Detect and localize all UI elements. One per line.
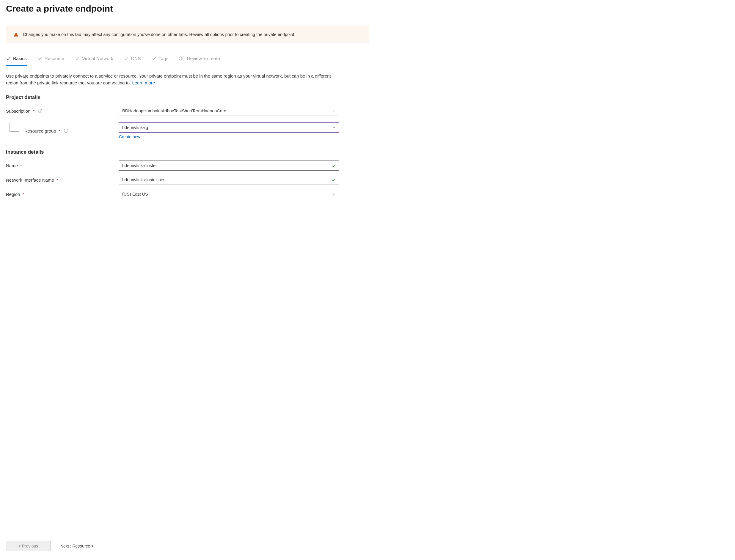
required-asterisk: * <box>20 163 22 168</box>
row-name: Name * <box>6 161 369 171</box>
check-icon <box>6 56 11 61</box>
resource-group-value[interactable]: hdi-privlink-rg <box>119 122 339 133</box>
tab-tags[interactable]: Tags <box>152 54 169 66</box>
title-row: Create a private endpoint ··· <box>6 4 369 14</box>
page-title: Create a private endpoint <box>6 4 113 14</box>
info-icon[interactable]: i <box>64 129 68 133</box>
row-resource-group: Resource group * i hdi-privlink-rg Creat… <box>6 122 369 139</box>
region-select[interactable]: (US) East US <box>119 189 339 199</box>
label-subscription: Subscription * i <box>6 108 119 114</box>
check-icon <box>75 56 80 61</box>
tab-label: Resource <box>45 56 64 61</box>
subscription-value[interactable]: BDHadoopHumboldtAdhocTestShortTermHadoop… <box>119 106 339 116</box>
subscription-select[interactable]: BDHadoopHumboldtAdhocTestShortTermHadoop… <box>119 106 339 116</box>
tab-dns[interactable]: DNS <box>124 54 141 66</box>
nic-name-input[interactable] <box>119 175 339 185</box>
tab-label: DNS <box>131 56 141 61</box>
create-new-link[interactable]: Create new <box>119 134 339 139</box>
section-project-details: Project details <box>6 95 369 100</box>
required-asterisk: * <box>33 108 35 114</box>
name-input-wrap <box>119 161 339 171</box>
check-icon <box>124 56 129 61</box>
check-icon <box>152 56 156 61</box>
check-icon <box>37 56 42 61</box>
required-asterisk: * <box>23 192 24 197</box>
svg-rect-0 <box>16 34 16 35</box>
page-content: Create a private endpoint ··· Changes yo… <box>0 0 375 524</box>
label-region: Region * <box>6 192 119 197</box>
row-region: Region * (US) East US <box>6 189 369 199</box>
region-value[interactable]: (US) East US <box>119 189 339 199</box>
required-asterisk: * <box>59 128 60 133</box>
tab-label: Review + create <box>187 56 220 61</box>
warning-banner: Changes you make on this tab may affect … <box>6 26 369 43</box>
wizard-tabs: Basics Resource Virtual Network DNS Tags… <box>6 54 369 66</box>
tab-label: Tags <box>159 56 169 61</box>
section-instance-details: Instance details <box>6 149 369 155</box>
label-nic-name: Network Interface Name * <box>6 177 119 183</box>
tab-basics[interactable]: Basics <box>6 54 27 66</box>
row-nic-name: Network Interface Name * <box>6 175 369 185</box>
required-asterisk: * <box>56 177 58 183</box>
tab-label: Basics <box>13 56 27 61</box>
intro-text: Use private endpoints to privately conne… <box>6 73 339 86</box>
warning-text: Changes you make on this tab may affect … <box>23 32 295 37</box>
more-actions-icon[interactable]: ··· <box>120 6 126 12</box>
resource-group-select[interactable]: hdi-privlink-rg <box>119 122 339 133</box>
tab-resource[interactable]: Resource <box>37 54 64 66</box>
learn-more-link[interactable]: Learn more <box>132 80 155 85</box>
name-input[interactable] <box>119 161 339 171</box>
step-number-icon: 6 <box>179 56 184 61</box>
svg-rect-1 <box>16 36 16 36</box>
tab-virtual-network[interactable]: Virtual Network <box>75 54 113 66</box>
row-subscription: Subscription * i BDHadoopHumboldtAdhocTe… <box>6 106 369 116</box>
warning-icon <box>13 32 19 37</box>
label-name: Name * <box>6 163 119 168</box>
footer-bar: < Previous Next : Resource > <box>0 536 735 560</box>
next-button[interactable]: Next : Resource > <box>55 541 99 551</box>
nic-name-input-wrap <box>119 175 339 185</box>
label-resource-group: Resource group * i <box>6 128 119 133</box>
intro-body: Use private endpoints to privately conne… <box>6 73 331 85</box>
tab-review-create[interactable]: 6 Review + create <box>179 54 220 66</box>
tab-label: Virtual Network <box>82 56 113 61</box>
info-icon[interactable]: i <box>38 109 42 113</box>
previous-button[interactable]: < Previous <box>6 541 51 551</box>
